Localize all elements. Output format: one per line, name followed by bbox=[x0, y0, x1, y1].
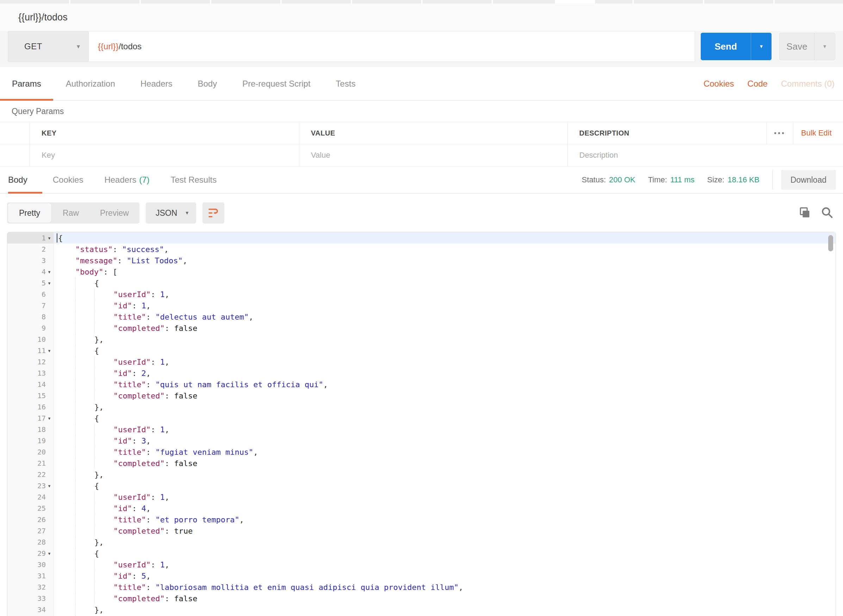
indent-guide bbox=[57, 368, 75, 379]
code-line-23[interactable]: 23▾{ bbox=[7, 480, 836, 491]
value-input[interactable] bbox=[299, 151, 567, 160]
response-body-editor[interactable]: 1▾{2▾"status": "success",3▾"message": "L… bbox=[7, 232, 836, 616]
code-line-4[interactable]: 4▾"body": [ bbox=[7, 266, 836, 277]
tab-params[interactable]: Params bbox=[0, 67, 53, 100]
tab-body[interactable]: Body bbox=[185, 67, 230, 100]
code-content: "status": "success", bbox=[54, 243, 836, 255]
code-line-20[interactable]: 20▾"title": "fugiat veniam minus", bbox=[7, 446, 836, 458]
tab-authorization[interactable]: Authorization bbox=[53, 67, 128, 100]
language-selector[interactable]: JSON ▾ bbox=[146, 202, 196, 223]
description-input[interactable] bbox=[568, 151, 843, 160]
search-icon[interactable] bbox=[821, 206, 834, 219]
query-params-input-row bbox=[0, 144, 843, 167]
token: , bbox=[253, 448, 258, 456]
code-line-9[interactable]: 9▾"completed": false bbox=[7, 323, 836, 334]
key-input[interactable] bbox=[30, 151, 299, 160]
response-tab-body[interactable]: Body bbox=[8, 167, 42, 193]
code-line-14[interactable]: 14▾"title": "quis ut nam facilis et offi… bbox=[7, 379, 836, 390]
code-line-19[interactable]: 19▾"id": 3, bbox=[7, 435, 836, 446]
code-line-33[interactable]: 33▾"completed": false bbox=[7, 593, 836, 604]
window-tabs-strip bbox=[0, 0, 843, 3]
line-gutter: 7▾ bbox=[7, 300, 54, 311]
response-tab-cookies[interactable]: Cookies bbox=[42, 167, 94, 193]
line-number: 32 bbox=[37, 583, 46, 591]
link-code[interactable]: Code bbox=[748, 79, 768, 89]
save-options-button[interactable]: ▾ bbox=[814, 33, 835, 60]
method-selector[interactable]: GET ▾ bbox=[8, 31, 89, 62]
code-line-21[interactable]: 21▾"completed": false bbox=[7, 458, 836, 469]
scrollbar-thumb[interactable] bbox=[828, 235, 833, 251]
code-line-16[interactable]: 16▾}, bbox=[7, 401, 836, 412]
line-gutter: 16▾ bbox=[7, 401, 54, 412]
code-line-18[interactable]: 18▾"userId": 1, bbox=[7, 424, 836, 435]
code-line-5[interactable]: 5▾{ bbox=[7, 277, 836, 289]
token: , bbox=[146, 301, 151, 310]
code-line-24[interactable]: 24▾"userId": 1, bbox=[7, 491, 836, 503]
save-button[interactable]: Save bbox=[780, 33, 814, 60]
code-line-7[interactable]: 7▾"id": 1, bbox=[7, 300, 836, 311]
fold-toggle-icon[interactable]: ▾ bbox=[46, 416, 53, 421]
view-mode-pretty[interactable]: Pretty bbox=[8, 204, 51, 223]
line-number: 8 bbox=[41, 312, 46, 321]
code-line-12[interactable]: 12▾"userId": 1, bbox=[7, 356, 836, 368]
url-input[interactable]: {{url}}/todos bbox=[89, 31, 695, 62]
send-button[interactable]: Send bbox=[701, 33, 751, 60]
code-line-22[interactable]: 22▾}, bbox=[7, 469, 836, 480]
code-line-31[interactable]: 31▾"id": 5, bbox=[7, 570, 836, 581]
response-tab-test-results[interactable]: Test Results bbox=[160, 167, 227, 193]
fold-toggle-icon[interactable]: ▾ bbox=[46, 236, 53, 241]
token: { bbox=[94, 414, 99, 423]
indent-guide bbox=[94, 323, 113, 334]
tab-headers[interactable]: Headers bbox=[128, 67, 185, 100]
tab-pre-request-script[interactable]: Pre-request Script bbox=[230, 67, 323, 100]
code-line-2[interactable]: 2▾"status": "success", bbox=[7, 243, 836, 255]
token: 4 bbox=[141, 504, 146, 513]
view-mode-raw[interactable]: Raw bbox=[52, 202, 90, 223]
fold-toggle-icon[interactable]: ▾ bbox=[46, 551, 53, 556]
indent-guide bbox=[57, 255, 75, 266]
code-line-25[interactable]: 25▾"id": 4, bbox=[7, 503, 836, 514]
wrap-lines-button[interactable] bbox=[203, 202, 224, 223]
meta-status: Status:200 OK bbox=[582, 175, 635, 185]
link-cookies[interactable]: Cookies bbox=[703, 79, 734, 89]
token: "id" bbox=[113, 301, 132, 310]
view-mode-preview[interactable]: Preview bbox=[90, 202, 140, 223]
token: : bbox=[113, 245, 122, 254]
code-line-1[interactable]: 1▾{ bbox=[7, 232, 836, 243]
indent-guide bbox=[57, 390, 75, 401]
send-options-button[interactable]: ▾ bbox=[751, 33, 771, 60]
code-line-3[interactable]: 3▾"message": "List Todos", bbox=[7, 255, 836, 266]
download-button[interactable]: Download bbox=[781, 170, 836, 190]
code-content: { bbox=[54, 232, 836, 243]
response-tab-headers[interactable]: Headers(7) bbox=[94, 167, 160, 193]
params-menu-button[interactable]: ••• bbox=[767, 122, 793, 144]
code-line-15[interactable]: 15▾"completed": false bbox=[7, 390, 836, 401]
line-number: 7 bbox=[41, 301, 46, 310]
request-links: CookiesCodeComments (0) bbox=[703, 67, 843, 100]
fold-toggle-icon[interactable]: ▾ bbox=[46, 483, 53, 488]
tab-tests[interactable]: Tests bbox=[323, 67, 368, 100]
code-line-29[interactable]: 29▾{ bbox=[7, 548, 836, 559]
fold-toggle-icon[interactable]: ▾ bbox=[46, 348, 53, 353]
code-line-10[interactable]: 10▾}, bbox=[7, 334, 836, 345]
code-line-28[interactable]: 28▾}, bbox=[7, 537, 836, 548]
code-line-11[interactable]: 11▾{ bbox=[7, 345, 836, 356]
code-line-26[interactable]: 26▾"title": "et porro tempora", bbox=[7, 514, 836, 525]
code-line-32[interactable]: 32▾"title": "laboriosam mollitia et enim… bbox=[7, 581, 836, 593]
code-line-13[interactable]: 13▾"id": 2, bbox=[7, 368, 836, 379]
fold-toggle-icon[interactable]: ▾ bbox=[46, 280, 53, 286]
code-line-6[interactable]: 6▾"userId": 1, bbox=[7, 289, 836, 300]
copy-icon[interactable] bbox=[798, 206, 811, 219]
code-line-8[interactable]: 8▾"title": "delectus aut autem", bbox=[7, 311, 836, 323]
code-line-30[interactable]: 30▾"userId": 1, bbox=[7, 559, 836, 570]
line-gutter: 29▾ bbox=[7, 548, 54, 559]
link-comments-0[interactable]: Comments (0) bbox=[781, 79, 834, 89]
url-path: /todos bbox=[119, 41, 141, 51]
code-line-34[interactable]: 34▾}, bbox=[7, 604, 836, 615]
code-line-17[interactable]: 17▾{ bbox=[7, 412, 836, 424]
code-line-27[interactable]: 27▾"completed": true bbox=[7, 525, 836, 537]
fold-toggle-icon[interactable]: ▾ bbox=[46, 269, 53, 274]
token: : bbox=[132, 437, 141, 445]
bulk-edit-link[interactable]: Bulk Edit bbox=[793, 122, 843, 144]
indent-guide bbox=[57, 480, 75, 491]
